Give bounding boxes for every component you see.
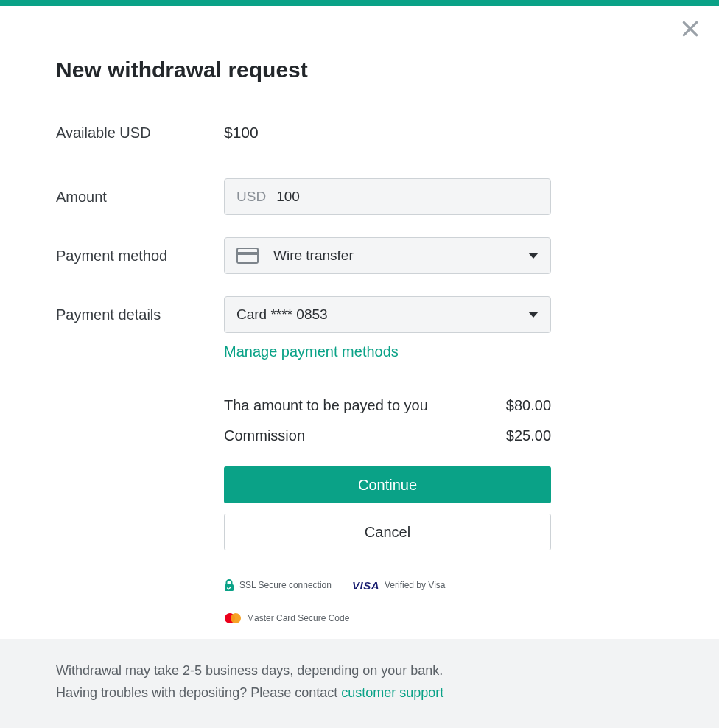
page-title: New withdrawal request	[56, 57, 663, 83]
close-icon[interactable]	[681, 19, 700, 38]
amount-currency-prefix: USD	[236, 189, 266, 205]
manage-payment-methods-link[interactable]: Manage payment methods	[224, 343, 399, 360]
available-value: $100	[224, 124, 551, 141]
summary-commission-label: Commission	[224, 427, 305, 444]
summary-block: Tha amount to be payed to you $80.00 Com…	[224, 397, 551, 444]
chevron-down-icon	[528, 253, 539, 259]
mastercard-badge: Master Card Secure Code	[224, 612, 349, 624]
card-icon	[236, 248, 259, 264]
lock-icon	[224, 578, 234, 592]
modal-content: New withdrawal request Available USD $10…	[0, 6, 719, 654]
payment-details-selected: Card **** 0853	[236, 307, 528, 323]
svg-rect-4	[225, 584, 234, 591]
payment-details-select[interactable]: Card **** 0853	[224, 296, 551, 333]
available-label: Available USD	[56, 125, 224, 141]
amount-row: Amount USD	[56, 178, 663, 215]
mastercard-secure-label: Master Card Secure Code	[247, 613, 349, 623]
chevron-down-icon	[528, 312, 539, 318]
summary-payout-value: $80.00	[506, 397, 551, 414]
footer-note-support: Having troubles with depositing? Please …	[56, 682, 663, 704]
continue-button[interactable]: Continue	[224, 466, 551, 503]
payment-method-row: Payment method Wire transfer	[56, 237, 663, 274]
footer-note-delay: Withdrawal may take 2-5 business days, d…	[56, 659, 663, 682]
svg-point-6	[231, 613, 241, 623]
ssl-label: SSL Secure connection	[239, 580, 332, 590]
verified-by-visa-label: Verified by Visa	[385, 580, 446, 590]
svg-rect-2	[237, 248, 258, 263]
payment-method-label: Payment method	[56, 248, 224, 265]
summary-commission-row: Commission $25.00	[224, 427, 551, 444]
visa-badge: VISA Verified by Visa	[352, 579, 446, 592]
amount-input[interactable]	[275, 188, 539, 206]
payment-method-selected: Wire transfer	[273, 248, 528, 264]
top-accent-bar	[0, 0, 719, 6]
payment-details-label: Payment details	[56, 307, 224, 323]
svg-rect-3	[237, 252, 258, 255]
payment-method-select[interactable]: Wire transfer	[224, 237, 551, 274]
ssl-badge: SSL Secure connection	[224, 578, 332, 592]
available-row: Available USD $100	[56, 124, 663, 141]
trust-badges-row: SSL Secure connection VISA Verified by V…	[224, 578, 551, 624]
mastercard-icon	[224, 612, 242, 624]
visa-logo: VISA	[352, 579, 379, 592]
amount-input-wrap[interactable]: USD	[224, 178, 551, 215]
summary-commission-value: $25.00	[506, 427, 551, 444]
footer-note-support-prefix: Having troubles with depositing? Please …	[56, 685, 341, 700]
payment-details-row: Payment details Card **** 0853	[56, 296, 663, 333]
summary-payout-row: Tha amount to be payed to you $80.00	[224, 397, 551, 414]
amount-label: Amount	[56, 189, 224, 206]
footer: Withdrawal may take 2-5 business days, d…	[0, 639, 719, 728]
customer-support-link[interactable]: customer support	[341, 685, 443, 700]
cancel-button[interactable]: Cancel	[224, 514, 551, 550]
summary-payout-label: Tha amount to be payed to you	[224, 397, 428, 414]
